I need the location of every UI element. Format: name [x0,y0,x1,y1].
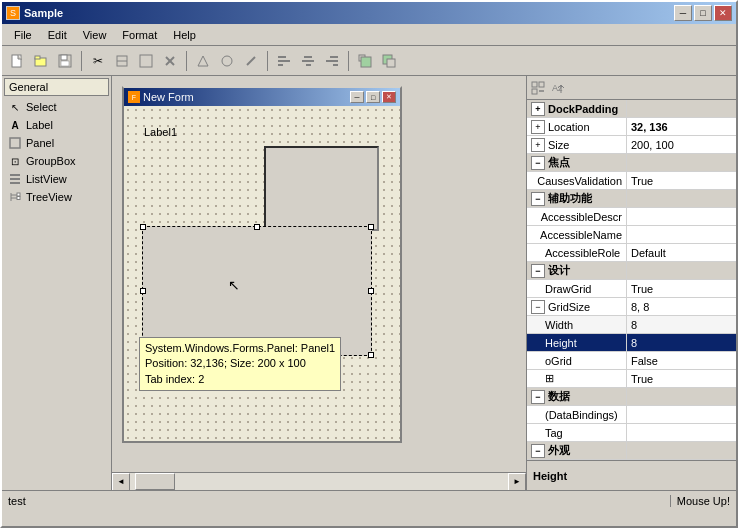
prop-category-focus[interactable]: − 焦点 [527,154,736,172]
prop-category-data[interactable]: − 数据 [527,388,736,406]
close-button[interactable]: ✕ [714,5,732,21]
prop-accessibledescr[interactable]: AccessibleDescr [527,208,736,226]
prop-size[interactable]: + Size 200, 100 [527,136,736,154]
scroll-thumb[interactable] [135,473,175,490]
inner-form-window[interactable]: F New Form ─ □ ✕ Label1 [122,86,402,443]
menu-format[interactable]: Format [114,27,165,43]
toolbar-btn6[interactable] [240,50,262,72]
listview-icon [8,172,22,186]
handle-tr[interactable] [368,224,374,230]
props-grid[interactable]: + DockPadding + Location 32, 136 [527,100,736,460]
toolbar-btn4[interactable] [192,50,214,72]
tooltip-box: System.Windows.Forms.Panel: Panel1 Posit… [139,337,341,391]
menu-bar: File Edit View Format Help [2,24,736,46]
toolbar-zoom-in[interactable] [354,50,376,72]
prop-width[interactable]: Width 8 [527,316,736,334]
toolbar-btn3[interactable] [159,50,181,72]
handle-br[interactable] [368,352,374,358]
form-panel-top[interactable] [264,146,379,231]
canvas-scrollbar[interactable]: ◄ ► [112,472,526,490]
svg-rect-8 [140,55,152,67]
toolbox-item-treeview[interactable]: TreeView [4,188,109,206]
app-icon: S [6,6,20,20]
handle-tm[interactable] [254,224,260,230]
panel-icon [8,136,22,150]
toolbox-item-listview[interactable]: ListView [4,170,109,188]
prop-drawgrid[interactable]: DrawGrid True [527,280,736,298]
prop-category-dockpadding[interactable]: + DockPadding [527,100,736,118]
prop-category-design[interactable]: − 设计 [527,262,736,280]
prop-name-dg: DrawGrid [527,280,627,297]
maximize-button[interactable]: □ [694,5,712,21]
prop-tag[interactable]: Tag [527,424,736,442]
minimize-button[interactable]: ─ [674,5,692,21]
inner-minimize[interactable]: ─ [350,91,364,103]
prop-databindings[interactable]: (DataBindings) [527,406,736,424]
menu-edit[interactable]: Edit [40,27,75,43]
inner-maximize[interactable]: □ [366,91,380,103]
toolbox-item-label[interactable]: A Label [4,116,109,134]
props-sort-alpha[interactable]: Az [549,79,567,97]
handle-mr[interactable] [368,288,374,294]
prop-category-accessible[interactable]: − 辅助功能 [527,190,736,208]
handle-tl[interactable] [140,224,146,230]
props-footer: Height [527,460,736,490]
toolbar-btn5[interactable] [216,50,238,72]
toolbox-item-panel[interactable]: Panel [4,134,109,152]
toolbox-item-select[interactable]: ↖ Select [4,98,109,116]
prop-name-size: + Size [527,136,627,153]
prop-gridsize[interactable]: − GridSize 8, 8 [527,298,736,316]
toolbar-align2[interactable] [297,50,319,72]
prop-name-sg: oGrid [527,352,627,369]
prop-snapgrid2[interactable]: ⊞ True [527,370,736,388]
toolbar-cut[interactable]: ✂ [87,50,109,72]
inner-close[interactable]: ✕ [382,91,396,103]
prop-value-height: 8 [627,334,736,351]
treeview-icon [8,190,22,204]
toolbar-align1[interactable] [273,50,295,72]
prop-height[interactable]: Height 8 [527,334,736,352]
svg-rect-18 [302,60,314,62]
toolbar-zoom-out[interactable] [378,50,400,72]
toolbox-label-treeview: TreeView [26,191,72,203]
svg-rect-24 [361,57,371,67]
prop-name-tag: Tag [527,424,627,441]
scroll-left-btn[interactable]: ◄ [112,473,130,491]
handle-ml[interactable] [140,288,146,294]
toolbar-align3[interactable] [321,50,343,72]
prop-name-accessible: − 辅助功能 [527,190,627,207]
toolbar-sep1 [81,51,82,71]
toolbox-label-label: Label [26,119,53,131]
prop-value-location: 32, 136 [627,118,736,135]
toolbox-item-groupbox[interactable]: ⊡ GroupBox [4,152,109,170]
toolbar-new[interactable] [6,50,28,72]
menu-file[interactable]: File [6,27,40,43]
prop-name-ad: AccessibleDescr [527,208,627,225]
form-label1: Label1 [144,126,177,138]
prop-causesvalidation[interactable]: CausesValidation True [527,172,736,190]
toolbar-btn2[interactable] [135,50,157,72]
menu-view[interactable]: View [75,27,115,43]
toolbar: ✂ [2,46,736,76]
tooltip-line3: Tab index: 2 [145,372,335,387]
prop-accessiblerole[interactable]: AccessibleRole Default [527,244,736,262]
prop-accessiblename[interactable]: AccessibleName [527,226,736,244]
menu-help[interactable]: Help [165,27,204,43]
toolbar-btn1[interactable] [111,50,133,72]
canvas-area[interactable]: F New Form ─ □ ✕ Label1 [112,76,526,472]
prop-category-appearance[interactable]: − 外观 [527,442,736,460]
scroll-track[interactable] [130,473,508,490]
toolbar-open[interactable] [30,50,52,72]
status-right: Mouse Up! [671,495,736,507]
toolbar-save[interactable] [54,50,76,72]
scroll-right-btn[interactable]: ► [508,473,526,491]
toolbox-header: General [4,78,109,96]
prop-name-cv: CausesValidation [527,172,627,189]
props-sort-category[interactable] [529,79,547,97]
select-icon: ↖ [8,100,22,114]
svg-rect-20 [330,56,338,58]
form-canvas[interactable]: Label1 [124,106,400,441]
prop-location[interactable]: + Location 32, 136 [527,118,736,136]
svg-rect-5 [61,61,69,66]
prop-snapgrid[interactable]: oGrid False [527,352,736,370]
